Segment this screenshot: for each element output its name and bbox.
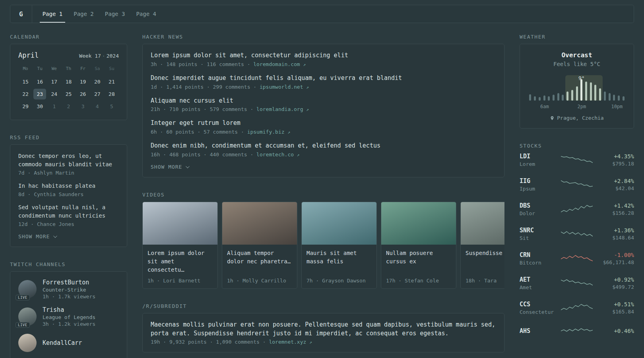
twitch-channel-name[interactable]: KendallCarr: [43, 339, 82, 346]
weather-chart-area: 9°: [528, 75, 626, 110]
page-tab[interactable]: Page 1: [40, 5, 66, 23]
hn-item-domain-link[interactable]: ipsumify.biz: [247, 129, 285, 135]
hn-item-title[interactable]: Aliquam nec cursus elit: [151, 97, 496, 105]
chevron-down-icon: [186, 164, 190, 168]
stock-sparkline: [561, 253, 593, 265]
stock-sparkline: [561, 277, 593, 289]
rss-item-title[interactable]: In hac habitasse platea: [18, 182, 119, 190]
stock-change: +0.46%: [597, 328, 634, 334]
video-thumbnail[interactable]: [222, 202, 297, 245]
video-title[interactable]: Lorem ipsum dolor sit amet consectetu…: [147, 249, 213, 274]
calendar-day: 19: [77, 76, 89, 87]
external-link-icon: ↗: [303, 62, 306, 67]
video-body: Aliquam tempor dolor nec pharetra… 1h · …: [222, 245, 297, 288]
rss-item-title[interactable]: Sed volutpat nulla nisl, a condimentum n…: [18, 203, 119, 220]
page-tab[interactable]: Page 3: [102, 5, 128, 23]
stock-sparkline: [561, 325, 593, 337]
stock-price: $499.72: [597, 284, 634, 290]
stock-right: -1.00% $66,171.48: [597, 252, 634, 265]
calendar-week-label: Week 17·2024: [79, 53, 119, 59]
calendar-week-sep: ·: [101, 53, 107, 59]
video-meta: 17h · Stefan Cole: [386, 274, 451, 284]
stock-row: CRN Bitcorn -1.00% $66,171.48: [520, 251, 634, 266]
right-column: WEATHER Overcast Feels like 5°C 9°: [520, 34, 634, 358]
hn-item-domain-link[interactable]: ipsumworld.net: [260, 84, 303, 90]
twitch-avatar-wrap: LIVE: [18, 307, 37, 326]
stock-change: +0.51%: [597, 301, 634, 307]
hn-item-domain-link[interactable]: loremlandia.org: [256, 106, 303, 112]
video-title[interactable]: Suspendisse diam: [466, 249, 504, 257]
video-thumbnail[interactable]: [461, 202, 504, 245]
stock-price: $148.64: [597, 235, 634, 241]
videos-scroll-row[interactable]: Lorem ipsum dolor sit amet consectetu… 1…: [142, 202, 504, 289]
video-title[interactable]: Nullam posuere cursus ex: [386, 249, 451, 266]
calendar-day-header: Sa: [90, 65, 105, 72]
twitch-channel-meta: 1h · 1.7k viewers: [43, 294, 95, 300]
calendar-day: 21: [105, 76, 118, 87]
calendar-day: 30: [33, 101, 46, 112]
twitch-card: LIVE ForrestBurton Counter-Strike 1h · 1…: [10, 271, 127, 358]
twitch-avatar-wrap: LIVE: [18, 280, 37, 298]
twitch-channel-game: League of Legends: [43, 314, 95, 320]
stock-name: Amet: [520, 284, 556, 290]
subreddit-header: /R/SUBREDDIT: [142, 303, 504, 309]
hn-item-title[interactable]: Donec imperdiet augue tincidunt felis al…: [151, 74, 496, 83]
hackernews-show-more-button[interactable]: SHOW MORE: [151, 164, 496, 170]
video-thumbnail[interactable]: [381, 202, 456, 245]
video-thumbnail[interactable]: [143, 202, 217, 245]
stock-right: +0.46%: [597, 328, 634, 335]
twitch-channel-row[interactable]: LIVE Trisha League of Legends 3h · 1.2k …: [18, 306, 119, 327]
stock-name: Lorem: [520, 161, 556, 167]
hn-item-title[interactable]: Donec enim nibh, condimentum et accumsan…: [151, 142, 496, 150]
weather-time-label: 10pm: [611, 104, 623, 109]
subreddit-post-domain-link[interactable]: loremnet.xyz: [269, 339, 306, 345]
page-tab[interactable]: Page 2: [71, 5, 97, 23]
twitch-avatar-wrap: [18, 334, 37, 352]
calendar-week: Week 17: [79, 53, 101, 59]
hn-item-title[interactable]: Lorem ipsum dolor sit amet, consectetur …: [151, 51, 496, 60]
weather-card: Overcast Feels like 5°C 9°: [520, 44, 634, 128]
video-body: Nullam posuere cursus ex 17h · Stefan Co…: [381, 245, 456, 288]
weather-bar-column: [528, 75, 533, 101]
rss-header: RSS FEED: [10, 134, 127, 140]
hn-item-meta: 3h · 148 points · 116 comments · loremdo…: [151, 61, 496, 67]
weather-time-label: 2pm: [577, 104, 586, 109]
video-title[interactable]: Mauris sit amet massa felis: [306, 249, 372, 266]
weather-widget: WEATHER Overcast Feels like 5°C 9°: [520, 34, 634, 128]
avatar: [18, 334, 37, 352]
hn-item-meta: 16h · 468 points · 440 comments · loremt…: [151, 152, 496, 158]
stock-left: AET Amet: [520, 276, 556, 290]
twitch-channel-row[interactable]: LIVE ForrestBurton Counter-Strike 1h · 1…: [18, 279, 119, 300]
stock-name: Ipsum: [520, 186, 556, 192]
calendar-day-header: Su: [105, 65, 119, 72]
video-title[interactable]: Aliquam tempor dolor nec pharetra…: [227, 249, 292, 266]
external-link-icon: ↗: [297, 152, 300, 158]
twitch-channel-game: Counter-Strike: [43, 287, 95, 293]
twitch-channel-info: ForrestBurton Counter-Strike 1h · 1.7k v…: [43, 279, 95, 300]
calendar-day: 23: [33, 89, 46, 99]
weather-bar: [562, 95, 564, 101]
twitch-channel-name[interactable]: ForrestBurton: [43, 279, 89, 286]
rss-item-title[interactable]: Donec tempor eros leo, ut commodo mauris…: [18, 152, 119, 169]
twitch-channel-name[interactable]: Trisha: [43, 306, 64, 313]
external-link-icon: ↗: [306, 107, 309, 112]
rss-list: Donec tempor eros leo, ut commodo mauris…: [18, 152, 119, 227]
rss-show-more-button[interactable]: SHOW MORE: [18, 233, 119, 239]
weather-bar: [590, 82, 592, 101]
rss-item-meta: 8d · Cynthia Saunders: [18, 191, 119, 197]
twitch-channel-row[interactable]: KendallCarr: [18, 334, 119, 352]
calendar-day: 4: [91, 101, 104, 112]
hn-item-domain-link[interactable]: loremdomain.com: [253, 61, 300, 67]
calendar-day: 28: [105, 89, 118, 99]
videos-widget: VIDEOS Lorem ipsum dolor sit amet consec…: [142, 192, 504, 289]
subreddit-card: Maecenas mollis pulvinar erat non posuer…: [142, 313, 504, 353]
page-tab[interactable]: Page 4: [133, 5, 159, 23]
weather-bar: [623, 96, 625, 101]
weather-bar-column: [598, 75, 603, 101]
calendar-day: 27: [91, 89, 104, 99]
video-thumbnail[interactable]: [302, 202, 376, 245]
subreddit-post-title[interactable]: Maecenas mollis pulvinar erat non posuer…: [151, 321, 496, 338]
hn-item-domain-link[interactable]: loremtech.co: [256, 152, 294, 158]
calendar-day: 17: [48, 76, 60, 87]
hn-item-title[interactable]: Integer eget rutrum lorem: [151, 119, 496, 128]
